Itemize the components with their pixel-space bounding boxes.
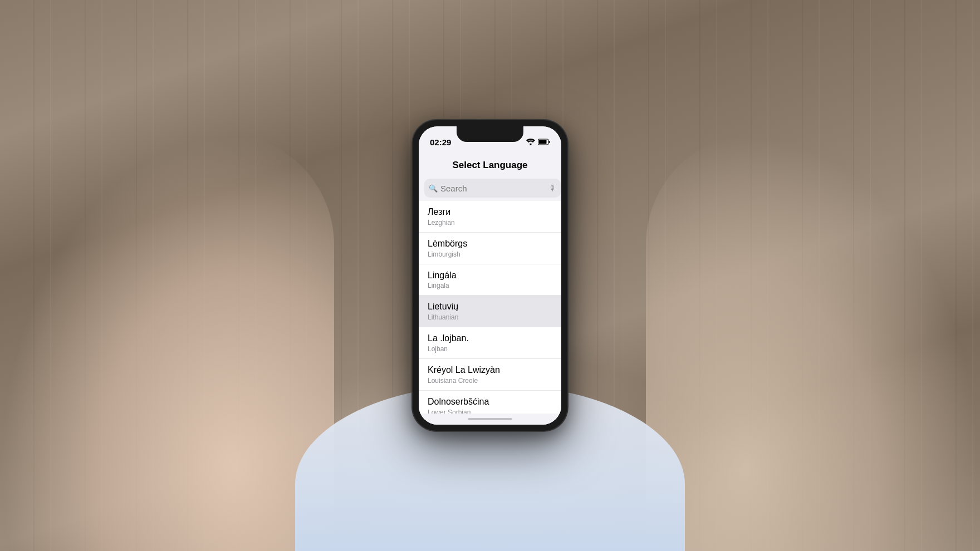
search-icon: 🔍 [429,184,438,193]
language-list[interactable]: Лезги Lezghian Lèmbörgs Limburgish Lingá… [419,201,561,414]
language-subtitle: Lower Sorbian [428,409,552,414]
language-name: Dolnoserbšćina [428,396,552,408]
language-list-item[interactable]: La .lojban. Lojban [419,327,561,359]
phone-wrapper: 02:29 [412,120,568,431]
language-list-item[interactable]: Lingála Lingala [419,264,561,296]
language-name: Kréyol La Lwizyàn [428,365,552,376]
home-indicator [468,418,512,420]
language-name: La .lojban. [428,333,552,345]
search-bar[interactable]: 🔍 🎙 [424,179,561,198]
microphone-icon[interactable]: 🎙 [549,184,556,193]
language-subtitle: Lezghian [428,219,552,227]
language-list-item[interactable]: Kréyol La Lwizyàn Louisiana Creole [419,359,561,391]
language-subtitle: Limburgish [428,250,552,258]
status-time: 02:29 [430,137,451,147]
language-name: Lingála [428,270,552,282]
page-title: Select Language [452,160,527,170]
search-container: 🔍 🎙 Cancel [419,175,561,201]
search-input[interactable] [440,184,546,193]
content-area: Select Language 🔍 🎙 Cancel Лезги Lezghia… [419,151,561,425]
notch [457,126,523,142]
language-list-item[interactable]: Lèmbörgs Limburgish [419,233,561,264]
battery-icon [538,139,550,145]
language-name: Lèmbörgs [428,238,552,250]
status-icons [526,139,550,145]
language-list-item[interactable]: Dolnoserbšćina Lower Sorbian [419,391,561,414]
language-subtitle: Lingala [428,282,552,289]
language-list-item[interactable]: Лезги Lezghian [419,201,561,233]
select-language-header: Select Language [419,151,561,175]
wifi-icon [526,139,535,145]
status-bar: 02:29 [419,126,561,151]
phone-device: 02:29 [412,120,568,431]
svg-rect-1 [549,141,550,143]
right-hand [646,134,980,551]
language-subtitle: Lojban [428,345,552,353]
language-subtitle: Louisiana Creole [428,377,552,385]
language-subtitle: Lithuanian [428,313,552,321]
phone-screen: 02:29 [419,126,561,425]
language-name: Лезги [428,206,552,218]
language-list-item[interactable]: Lietuvių Lithuanian [419,296,561,327]
language-name: Lietuvių [428,301,552,313]
left-hand [0,134,334,551]
svg-rect-2 [539,140,547,144]
